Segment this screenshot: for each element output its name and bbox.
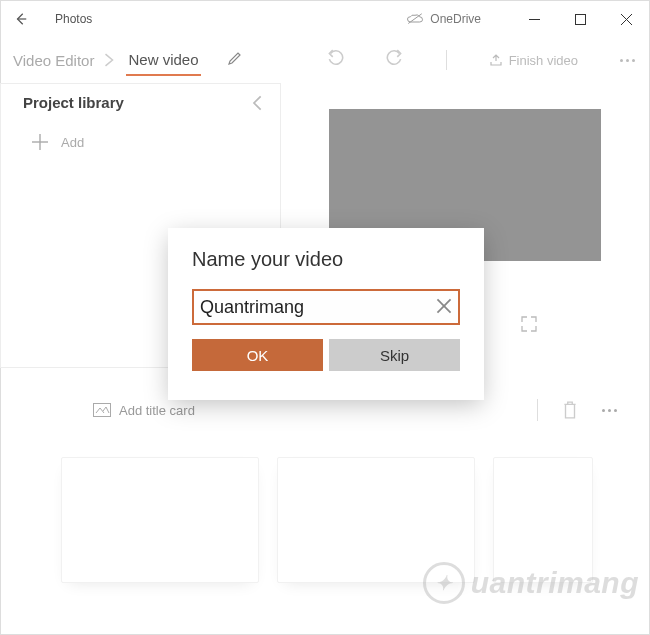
plus-icon: [31, 133, 49, 151]
watermark-text: uantrimang: [471, 566, 639, 600]
back-button[interactable]: [11, 9, 31, 29]
separator: [446, 50, 447, 70]
toolbar-right: Finish video: [326, 49, 635, 71]
minimize-icon: [529, 14, 540, 25]
toolbar: Video Editor New video Finish video: [1, 37, 649, 83]
title-bar: Photos OneDrive: [1, 1, 649, 37]
breadcrumb-current[interactable]: New video: [126, 45, 200, 76]
sidebar-header: Project library: [1, 84, 280, 121]
bulb-icon: ✦: [435, 571, 453, 595]
back-arrow-icon: [14, 12, 28, 26]
watermark: ✦ uantrimang: [423, 562, 639, 604]
close-button[interactable]: [603, 1, 649, 37]
onedrive-icon: [406, 13, 424, 25]
finish-video-label: Finish video: [509, 53, 578, 68]
dialog-title: Name your video: [192, 248, 460, 271]
input-wrapper: [192, 289, 460, 325]
close-icon: [621, 14, 632, 25]
trash-icon[interactable]: [562, 401, 578, 419]
undo-icon: [326, 49, 344, 67]
svg-rect-2: [575, 14, 585, 24]
onedrive-label: OneDrive: [430, 12, 481, 26]
photos-app-window: Photos OneDrive Video Editor New video: [0, 0, 650, 635]
collapse-icon[interactable]: [250, 95, 266, 111]
maximize-button[interactable]: [557, 1, 603, 37]
watermark-badge-icon: ✦: [423, 562, 465, 604]
window-controls: [511, 1, 649, 37]
storyboard-toolbar-right: [537, 399, 617, 421]
fullscreen-icon[interactable]: [521, 316, 537, 332]
storyboard-more-button[interactable]: [602, 409, 617, 412]
name-video-dialog: Name your video OK Skip: [168, 228, 484, 400]
add-label: Add: [61, 135, 84, 150]
more-button[interactable]: [620, 59, 635, 62]
onedrive-status[interactable]: OneDrive: [406, 12, 481, 26]
chevron-right-icon: [102, 53, 116, 67]
redo-button[interactable]: [386, 49, 404, 71]
finish-video-button[interactable]: Finish video: [489, 53, 578, 68]
skip-button[interactable]: Skip: [329, 339, 460, 371]
minimize-button[interactable]: [511, 1, 557, 37]
title-card-icon: [93, 403, 111, 417]
add-media-button[interactable]: Add: [1, 121, 280, 151]
dialog-buttons: OK Skip: [192, 339, 460, 371]
storyboard-clip[interactable]: [61, 457, 259, 583]
video-name-input[interactable]: [192, 289, 460, 325]
app-title: Photos: [55, 12, 92, 26]
export-icon: [489, 53, 503, 67]
project-library-title: Project library: [23, 94, 124, 111]
rename-button[interactable]: [227, 50, 243, 70]
separator: [537, 399, 538, 421]
clear-input-button[interactable]: [436, 298, 452, 314]
pencil-icon: [227, 50, 243, 66]
undo-button[interactable]: [326, 49, 344, 71]
add-title-card-button[interactable]: Add title card: [119, 403, 195, 418]
breadcrumb-root[interactable]: Video Editor: [13, 52, 94, 69]
ok-button[interactable]: OK: [192, 339, 323, 371]
redo-icon: [386, 49, 404, 67]
maximize-icon: [575, 14, 586, 25]
